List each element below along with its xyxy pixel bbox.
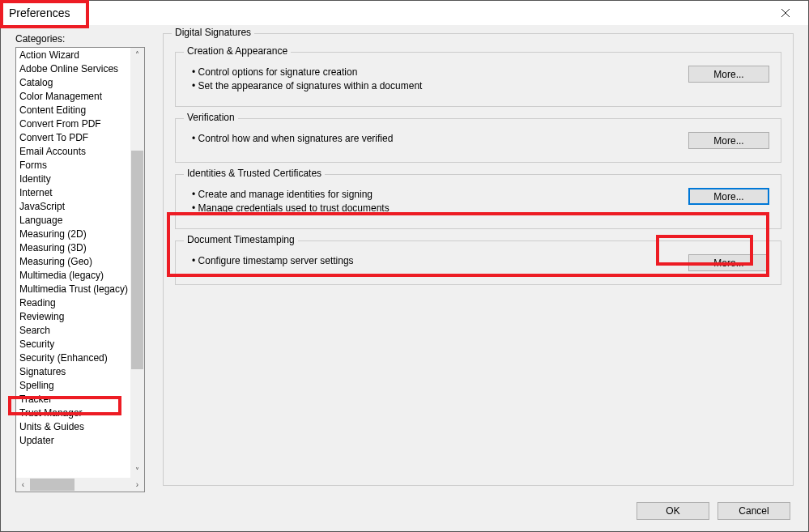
timestamping-group: Document Timestamping Configure timestam…: [175, 240, 781, 285]
category-item[interactable]: Signatures: [16, 365, 130, 379]
hscroll-track[interactable]: [30, 478, 130, 492]
digital-signatures-legend: Digital Signatures: [172, 27, 254, 38]
category-item[interactable]: Convert To PDF: [16, 131, 130, 145]
category-item[interactable]: Updater: [16, 434, 130, 448]
categories-column: Categories: Action WizardAdobe Online Se…: [15, 33, 145, 492]
bullet-text: Create and manage identities for signing: [192, 188, 679, 202]
ok-button[interactable]: OK: [637, 502, 709, 520]
category-item[interactable]: Multimedia (legacy): [16, 269, 130, 283]
identities-group: Identities & Trusted Certificates Create…: [175, 174, 781, 229]
vertical-scrollbar[interactable]: ˄ ˅: [130, 48, 144, 478]
categories-list[interactable]: Action WizardAdobe Online ServicesCatalo…: [16, 48, 130, 478]
dialog-body: Categories: Action WizardAdobe Online Se…: [1, 25, 808, 531]
category-item[interactable]: Security (Enhanced): [16, 351, 130, 365]
identities-more-button[interactable]: More...: [688, 188, 769, 205]
scroll-left-button[interactable]: ‹: [16, 478, 30, 492]
category-item[interactable]: Reading: [16, 296, 130, 310]
titlebar: Preferences: [1, 1, 808, 25]
chevron-left-icon: ‹: [22, 481, 24, 489]
categories-listbox: Action WizardAdobe Online ServicesCatalo…: [15, 47, 145, 492]
category-item[interactable]: Catalog: [16, 76, 130, 90]
creation-appearance-legend: Creation & Appearance: [184, 45, 291, 57]
category-item[interactable]: Language: [16, 214, 130, 228]
vscroll-thumb[interactable]: [131, 151, 143, 369]
digital-signatures-group: Digital Signatures Creation & Appearance…: [163, 33, 794, 486]
horizontal-scrollbar[interactable]: ‹ ›: [16, 478, 144, 492]
creation-appearance-desc: Control options for signature creation S…: [187, 61, 679, 93]
category-item[interactable]: Measuring (3D): [16, 241, 130, 255]
bullet-text: Set the appearance of signatures within …: [192, 79, 679, 93]
main-panel: Digital Signatures Creation & Appearance…: [163, 33, 794, 492]
creation-appearance-group: Creation & Appearance Control options fo…: [175, 52, 781, 107]
category-item[interactable]: Units & Guides: [16, 420, 130, 434]
verification-desc: Control how and when signatures are veri…: [187, 127, 679, 146]
timestamping-legend: Document Timestamping: [184, 234, 298, 245]
category-item[interactable]: Multimedia Trust (legacy): [16, 283, 130, 296]
bullet-text: Manage credentials used to trust documen…: [192, 202, 679, 215]
category-item[interactable]: Content Editing: [16, 104, 130, 117]
category-item[interactable]: Search: [16, 324, 130, 338]
category-item[interactable]: Tracker: [16, 393, 130, 406]
timestamping-desc: Configure timestamp server settings: [187, 249, 679, 268]
hscroll-thumb[interactable]: [30, 479, 75, 491]
category-item[interactable]: Security: [16, 338, 130, 351]
category-item[interactable]: Trust Manager: [16, 406, 130, 420]
dialog-title: Preferences: [9, 6, 70, 19]
verification-group: Verification Control how and when signat…: [175, 118, 781, 163]
category-item[interactable]: Convert From PDF: [16, 117, 130, 131]
category-item[interactable]: Measuring (Geo): [16, 255, 130, 269]
vscroll-track[interactable]: [130, 62, 144, 464]
chevron-right-icon: ›: [136, 481, 138, 489]
cancel-button[interactable]: Cancel: [717, 502, 790, 520]
chevron-down-icon: ˅: [135, 467, 139, 475]
bullet-text: Control how and when signatures are veri…: [192, 132, 679, 146]
category-item[interactable]: Reviewing: [16, 310, 130, 324]
chevron-up-icon: ˄: [135, 51, 139, 59]
bullet-text: Configure timestamp server settings: [192, 254, 679, 268]
dialog-footer: OK Cancel: [15, 492, 794, 521]
verification-legend: Verification: [184, 112, 238, 123]
category-item[interactable]: Forms: [16, 159, 130, 172]
identities-desc: Create and manage identities for signing…: [187, 183, 679, 215]
category-item[interactable]: Spelling: [16, 379, 130, 393]
creation-more-button[interactable]: More...: [688, 66, 769, 83]
timestamping-more-button[interactable]: More...: [688, 254, 769, 271]
scroll-up-button[interactable]: ˄: [130, 48, 144, 62]
preferences-dialog: Preferences Categories: Action WizardAdo…: [0, 0, 809, 532]
identities-legend: Identities & Trusted Certificates: [184, 168, 325, 179]
categories-label: Categories:: [15, 33, 145, 45]
bullet-text: Control options for signature creation: [192, 66, 679, 79]
category-item[interactable]: JavaScript: [16, 200, 130, 214]
scroll-right-button[interactable]: ›: [130, 478, 144, 492]
category-item[interactable]: Email Accounts: [16, 145, 130, 159]
close-button[interactable]: [769, 2, 802, 24]
scroll-down-button[interactable]: ˅: [130, 464, 144, 478]
category-item[interactable]: Identity: [16, 172, 130, 186]
category-item[interactable]: Adobe Online Services: [16, 62, 130, 76]
category-item[interactable]: Measuring (2D): [16, 228, 130, 241]
verification-more-button[interactable]: More...: [688, 132, 769, 149]
category-item[interactable]: Color Management: [16, 90, 130, 104]
category-item[interactable]: Internet: [16, 186, 130, 200]
category-item[interactable]: Action Wizard: [16, 49, 130, 62]
close-icon: [781, 8, 790, 18]
